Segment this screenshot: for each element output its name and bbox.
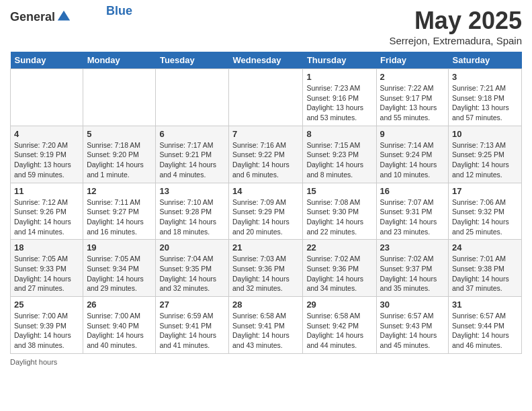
day-number: 29 (306, 300, 372, 310)
calendar-cell (11, 69, 83, 126)
day-number: 2 (380, 72, 445, 82)
day-info: Sunrise: 7:16 AMSunset: 9:22 PMDaylight:… (232, 140, 299, 180)
day-number: 24 (452, 242, 518, 253)
day-number: 13 (159, 186, 225, 196)
day-info: Sunrise: 7:02 AMSunset: 9:37 PMDaylight:… (380, 254, 445, 293)
day-info: Sunrise: 7:00 AMSunset: 9:39 PMDaylight:… (14, 311, 79, 351)
day-number: 22 (306, 242, 372, 253)
day-info: Sunrise: 7:18 AMSunset: 9:20 PMDaylight:… (87, 140, 152, 180)
calendar-cell: 25Sunrise: 7:00 AMSunset: 9:39 PMDayligh… (11, 297, 83, 354)
calendar-cell (83, 69, 156, 126)
day-info: Sunrise: 7:20 AMSunset: 9:19 PMDaylight:… (14, 140, 79, 180)
week-row-1: 1Sunrise: 7:23 AMSunset: 9:16 PMDaylight… (11, 69, 522, 126)
day-header-monday: Monday (83, 52, 156, 69)
title-area: May 2025 Serrejon, Extremadura, Spain (389, 7, 522, 46)
day-info: Sunrise: 7:00 AMSunset: 9:40 PMDaylight:… (87, 311, 152, 351)
day-info: Sunrise: 7:11 AMSunset: 9:27 PMDaylight:… (87, 197, 152, 237)
day-info: Sunrise: 7:04 AMSunset: 9:35 PMDaylight:… (159, 254, 225, 293)
week-row-4: 18Sunrise: 7:05 AMSunset: 9:33 PMDayligh… (11, 240, 522, 297)
day-number: 18 (14, 242, 79, 253)
day-number: 16 (380, 186, 445, 196)
calendar-cell: 9Sunrise: 7:14 AMSunset: 9:24 PMDaylight… (376, 126, 448, 183)
calendar-cell: 6Sunrise: 7:17 AMSunset: 9:21 PMDaylight… (156, 126, 229, 183)
day-info: Sunrise: 7:01 AMSunset: 9:38 PMDaylight:… (452, 254, 518, 293)
day-number: 19 (87, 242, 152, 253)
day-number: 5 (87, 129, 152, 139)
logo-icon (56, 9, 71, 24)
day-number: 17 (452, 186, 518, 196)
calendar-cell: 29Sunrise: 6:58 AMSunset: 9:42 PMDayligh… (303, 297, 376, 354)
day-number: 23 (380, 242, 445, 253)
day-info: Sunrise: 6:57 AMSunset: 9:44 PMDaylight:… (452, 311, 518, 351)
calendar-cell: 4Sunrise: 7:20 AMSunset: 9:19 PMDaylight… (11, 126, 83, 183)
calendar-table: SundayMondayTuesdayWednesdayThursdayFrid… (10, 52, 522, 354)
calendar-cell: 2Sunrise: 7:22 AMSunset: 9:17 PMDaylight… (376, 69, 448, 126)
day-number: 11 (14, 186, 79, 196)
day-info: Sunrise: 7:17 AMSunset: 9:21 PMDaylight:… (159, 140, 225, 180)
day-header-saturday: Saturday (449, 52, 522, 69)
day-info: Sunrise: 7:03 AMSunset: 9:36 PMDaylight:… (232, 254, 299, 293)
day-number: 9 (380, 129, 445, 139)
day-number: 25 (14, 300, 79, 310)
day-number: 15 (306, 186, 372, 196)
logo-general-text: General (10, 10, 55, 24)
day-info: Sunrise: 7:02 AMSunset: 9:36 PMDaylight:… (306, 254, 372, 293)
day-number: 30 (380, 300, 445, 310)
day-info: Sunrise: 6:58 AMSunset: 9:41 PMDaylight:… (232, 311, 299, 351)
day-header-thursday: Thursday (303, 52, 376, 69)
day-number: 26 (87, 300, 152, 310)
calendar-cell: 7Sunrise: 7:16 AMSunset: 9:22 PMDaylight… (229, 126, 303, 183)
calendar-cell: 11Sunrise: 7:12 AMSunset: 9:26 PMDayligh… (11, 183, 83, 240)
week-row-3: 11Sunrise: 7:12 AMSunset: 9:26 PMDayligh… (11, 183, 522, 240)
day-number: 12 (87, 186, 152, 196)
day-header-friday: Friday (376, 52, 448, 69)
week-row-2: 4Sunrise: 7:20 AMSunset: 9:19 PMDaylight… (11, 126, 522, 183)
calendar-cell: 30Sunrise: 6:57 AMSunset: 9:43 PMDayligh… (376, 297, 448, 354)
day-number: 27 (159, 300, 225, 310)
calendar-cell: 28Sunrise: 6:58 AMSunset: 9:41 PMDayligh… (229, 297, 303, 354)
calendar-cell: 3Sunrise: 7:21 AMSunset: 9:18 PMDaylight… (449, 69, 522, 126)
calendar-cell: 23Sunrise: 7:02 AMSunset: 9:37 PMDayligh… (376, 240, 448, 297)
day-number: 1 (306, 72, 372, 82)
day-info: Sunrise: 6:57 AMSunset: 9:43 PMDaylight:… (380, 311, 445, 351)
daylight-label: Daylight hours (10, 358, 57, 366)
day-info: Sunrise: 6:58 AMSunset: 9:42 PMDaylight:… (306, 311, 372, 351)
calendar-cell: 8Sunrise: 7:15 AMSunset: 9:23 PMDaylight… (303, 126, 376, 183)
calendar-cell: 21Sunrise: 7:03 AMSunset: 9:36 PMDayligh… (229, 240, 303, 297)
day-header-tuesday: Tuesday (156, 52, 229, 69)
day-info: Sunrise: 7:05 AMSunset: 9:33 PMDaylight:… (14, 254, 79, 293)
day-info: Sunrise: 7:05 AMSunset: 9:34 PMDaylight:… (87, 254, 152, 293)
day-info: Sunrise: 7:10 AMSunset: 9:28 PMDaylight:… (159, 197, 225, 237)
day-info: Sunrise: 7:08 AMSunset: 9:30 PMDaylight:… (306, 197, 372, 237)
calendar-cell: 12Sunrise: 7:11 AMSunset: 9:27 PMDayligh… (83, 183, 156, 240)
calendar-header-row: SundayMondayTuesdayWednesdayThursdayFrid… (11, 52, 522, 69)
calendar-cell: 19Sunrise: 7:05 AMSunset: 9:34 PMDayligh… (83, 240, 156, 297)
day-number: 21 (232, 242, 299, 253)
day-number: 20 (159, 242, 225, 253)
calendar-cell: 27Sunrise: 6:59 AMSunset: 9:41 PMDayligh… (156, 297, 229, 354)
calendar-cell: 1Sunrise: 7:23 AMSunset: 9:16 PMDaylight… (303, 69, 376, 126)
location-title: Serrejon, Extremadura, Spain (389, 35, 522, 46)
calendar-cell: 26Sunrise: 7:00 AMSunset: 9:40 PMDayligh… (83, 297, 156, 354)
logo: General Blue (10, 9, 132, 24)
day-info: Sunrise: 7:12 AMSunset: 9:26 PMDaylight:… (14, 197, 79, 237)
week-row-5: 25Sunrise: 7:00 AMSunset: 9:39 PMDayligh… (11, 297, 522, 354)
calendar-cell: 20Sunrise: 7:04 AMSunset: 9:35 PMDayligh… (156, 240, 229, 297)
calendar-cell: 18Sunrise: 7:05 AMSunset: 9:33 PMDayligh… (11, 240, 83, 297)
day-info: Sunrise: 7:23 AMSunset: 9:16 PMDaylight:… (306, 83, 372, 123)
day-number: 14 (232, 186, 299, 196)
svg-marker-0 (58, 11, 70, 21)
footer: Daylight hours (10, 358, 522, 366)
calendar-cell: 13Sunrise: 7:10 AMSunset: 9:28 PMDayligh… (156, 183, 229, 240)
day-info: Sunrise: 7:09 AMSunset: 9:29 PMDaylight:… (232, 197, 299, 237)
day-header-sunday: Sunday (11, 52, 83, 69)
day-number: 31 (452, 300, 518, 310)
calendar-cell: 10Sunrise: 7:13 AMSunset: 9:25 PMDayligh… (449, 126, 522, 183)
logo-blue-text: Blue (106, 4, 132, 18)
calendar-cell (229, 69, 303, 126)
calendar-cell: 22Sunrise: 7:02 AMSunset: 9:36 PMDayligh… (303, 240, 376, 297)
month-title: May 2025 (389, 7, 522, 35)
day-number: 10 (452, 129, 518, 139)
day-number: 28 (232, 300, 299, 310)
day-info: Sunrise: 7:13 AMSunset: 9:25 PMDaylight:… (452, 140, 518, 180)
